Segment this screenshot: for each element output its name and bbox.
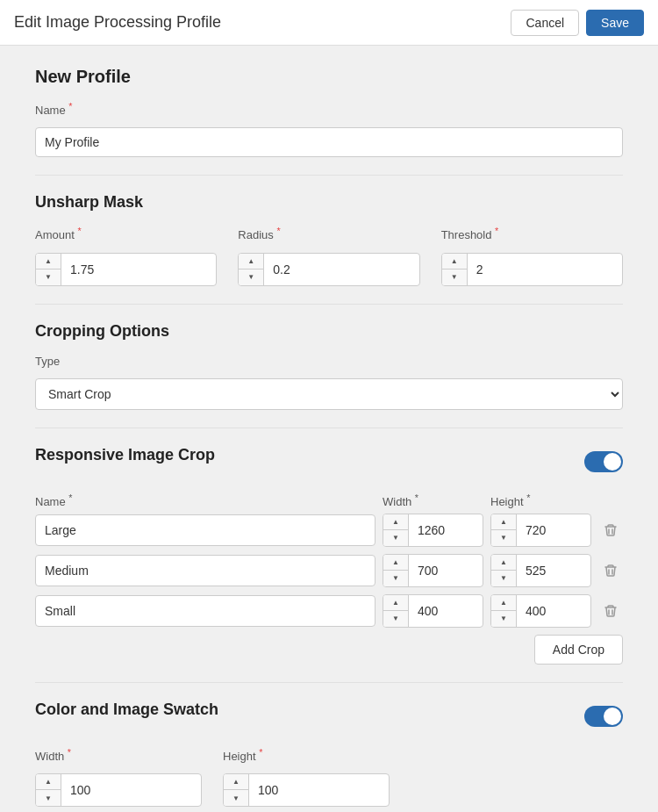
- swatch-width-up-button[interactable]: ▲: [36, 774, 61, 790]
- add-crop-button[interactable]: Add Crop: [534, 635, 623, 665]
- crop-width-value-small: 400: [409, 604, 483, 618]
- swatch-width-label: Width *: [35, 747, 202, 763]
- swatch-title: Color and Image Swatch: [35, 701, 218, 719]
- amount-down-button[interactable]: ▼: [36, 269, 61, 285]
- crop-height-down-large[interactable]: ▼: [491, 530, 516, 546]
- delete-crop-large-button[interactable]: [598, 518, 623, 543]
- responsive-crop-header: Responsive Image Crop: [35, 446, 623, 478]
- trash-icon: [604, 564, 618, 578]
- swatch-header: Color and Image Swatch: [35, 701, 623, 733]
- responsive-crop-toggle[interactable]: [584, 451, 623, 472]
- color-image-swatch-section: Color and Image Swatch Width * ▲ ▼ 100: [35, 701, 623, 807]
- crop-width-up-medium[interactable]: ▲: [383, 555, 408, 571]
- width-column-header: Width *: [383, 492, 483, 508]
- crop-name-input-small[interactable]: [35, 595, 375, 627]
- radius-spinner: ▲ ▼ 0.2: [238, 253, 419, 286]
- swatch-fields: Width * ▲ ▼ 100 Height * ▲: [35, 747, 623, 807]
- amount-label: Amount *: [35, 226, 217, 241]
- trash-icon: [604, 604, 618, 618]
- threshold-up-button[interactable]: ▲: [442, 254, 467, 269]
- header-actions: Cancel Save: [511, 10, 644, 36]
- swatch-height-spinner: ▲ ▼ 100: [223, 773, 390, 807]
- profile-section: New Profile Name *: [35, 67, 623, 157]
- crop-height-up-large[interactable]: ▲: [491, 514, 516, 530]
- crop-height-spinner-small: ▲ ▼ 400: [490, 594, 591, 628]
- threshold-field: Threshold * ▲ ▼ 2: [441, 226, 623, 285]
- crop-column-headers: Name * Width * Height *: [35, 492, 623, 508]
- swatch-height-up-button[interactable]: ▲: [224, 774, 248, 790]
- add-crop-row: Add Crop: [35, 635, 623, 665]
- amount-up-button[interactable]: ▲: [36, 254, 61, 269]
- crop-height-value-medium: 525: [517, 564, 590, 578]
- crop-width-spinner-large: ▲ ▼ 1260: [383, 514, 483, 547]
- crop-width-down-small[interactable]: ▼: [383, 611, 408, 627]
- radius-label: Radius *: [238, 226, 419, 241]
- radius-down-button[interactable]: ▼: [239, 269, 263, 285]
- responsive-image-crop-section: Responsive Image Crop Name * Width * Hei…: [35, 446, 623, 665]
- save-button[interactable]: Save: [586, 10, 644, 36]
- page-title: Edit Image Processing Profile: [14, 13, 221, 32]
- crop-width-spinner-small: ▲ ▼ 400: [383, 594, 483, 628]
- threshold-down-button[interactable]: ▼: [442, 269, 467, 285]
- crop-height-spinner-large: ▲ ▼ 720: [490, 514, 591, 547]
- crop-type-select[interactable]: Smart Crop Manual Crop Auto Crop: [35, 378, 623, 410]
- crop-height-value-small: 400: [517, 604, 590, 618]
- crop-height-down-medium[interactable]: ▼: [491, 571, 516, 586]
- amount-spinner: ▲ ▼ 1.75: [35, 253, 217, 286]
- unsharp-mask-title: Unsharp Mask: [35, 193, 623, 212]
- crop-width-value-medium: 700: [409, 564, 483, 578]
- swatch-height-value: 100: [249, 783, 389, 797]
- cropping-options-title: Cropping Options: [35, 322, 623, 341]
- crop-row-small: ▲ ▼ 400 ▲ ▼ 400: [35, 594, 623, 628]
- crop-height-spinner-medium: ▲ ▼ 525: [490, 554, 591, 587]
- swatch-width-down-button[interactable]: ▼: [36, 790, 61, 806]
- crop-width-down-large[interactable]: ▼: [383, 530, 408, 546]
- radius-up-button[interactable]: ▲: [239, 254, 263, 269]
- threshold-value: 2: [468, 262, 622, 277]
- cancel-button[interactable]: Cancel: [511, 10, 579, 36]
- radius-field: Radius * ▲ ▼ 0.2: [238, 226, 419, 285]
- name-column-header: Name *: [35, 492, 375, 508]
- unsharp-mask-section: Unsharp Mask Amount * ▲ ▼ 1.75 Radius *: [35, 193, 623, 285]
- crop-height-up-medium[interactable]: ▲: [491, 555, 516, 571]
- delete-crop-medium-button[interactable]: [598, 558, 623, 583]
- swatch-height-label: Height *: [223, 747, 390, 763]
- amount-field: Amount * ▲ ▼ 1.75: [35, 226, 217, 285]
- swatch-toggle[interactable]: [584, 706, 623, 727]
- threshold-spinner: ▲ ▼ 2: [441, 253, 623, 286]
- crop-width-value-large: 1260: [409, 523, 483, 537]
- cropping-options-section: Cropping Options Type Smart Crop Manual …: [35, 322, 623, 410]
- crop-width-up-large[interactable]: ▲: [383, 514, 408, 530]
- threshold-label: Threshold *: [441, 226, 623, 241]
- crop-row-large: ▲ ▼ 1260 ▲ ▼ 720: [35, 514, 623, 547]
- trash-icon: [604, 523, 618, 537]
- height-column-header: Height *: [490, 492, 591, 508]
- radius-value: 0.2: [264, 262, 418, 277]
- responsive-crop-title: Responsive Image Crop: [35, 446, 215, 464]
- type-label: Type: [35, 355, 623, 368]
- crop-width-down-medium[interactable]: ▼: [383, 571, 408, 586]
- crop-width-spinner-medium: ▲ ▼ 700: [383, 554, 483, 587]
- crop-height-down-small[interactable]: ▼: [491, 611, 516, 627]
- delete-crop-small-button[interactable]: [598, 599, 623, 623]
- swatch-width-field: Width * ▲ ▼ 100: [35, 747, 202, 807]
- amount-value: 1.75: [61, 262, 216, 277]
- crop-row-medium: ▲ ▼ 700 ▲ ▼ 525: [35, 554, 623, 587]
- swatch-width-value: 100: [61, 783, 201, 797]
- crop-height-up-small[interactable]: ▲: [491, 595, 516, 611]
- crop-name-input-large[interactable]: [35, 514, 375, 546]
- swatch-width-spinner: ▲ ▼ 100: [35, 773, 202, 807]
- crop-name-input-medium[interactable]: [35, 555, 375, 586]
- crop-height-value-large: 720: [517, 523, 590, 537]
- crop-width-up-small[interactable]: ▲: [383, 595, 408, 611]
- name-field-label: Name *: [35, 101, 623, 117]
- content-area: New Profile Name * Unsharp Mask Amount *…: [0, 46, 658, 812]
- profile-name-input[interactable]: [35, 127, 623, 157]
- swatch-height-down-button[interactable]: ▼: [224, 790, 248, 806]
- header: Edit Image Processing Profile Cancel Sav…: [0, 0, 658, 46]
- swatch-height-field: Height * ▲ ▼ 100: [223, 747, 390, 807]
- profile-section-title: New Profile: [35, 67, 623, 87]
